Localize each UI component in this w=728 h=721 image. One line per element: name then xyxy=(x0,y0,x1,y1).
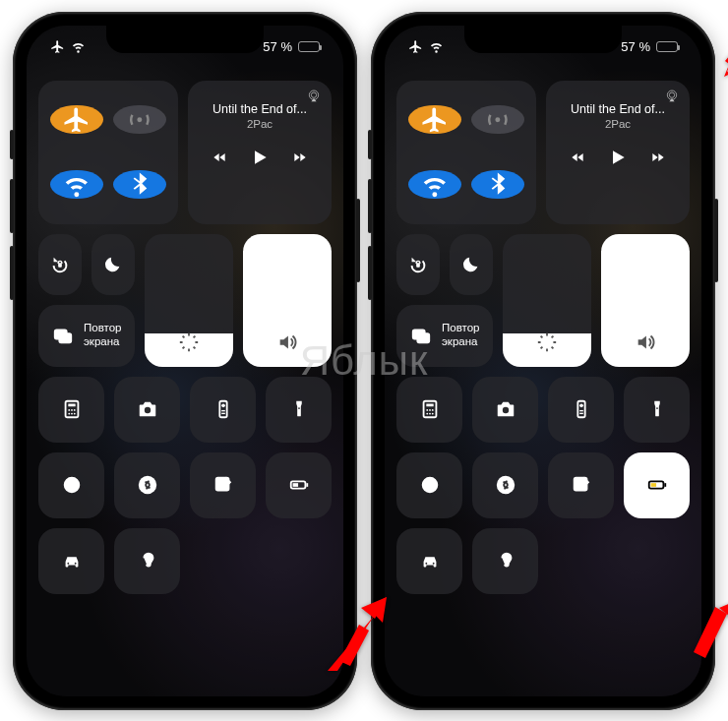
volume-icon xyxy=(276,331,298,353)
volume-slider[interactable] xyxy=(243,234,332,367)
play-button[interactable] xyxy=(250,148,270,171)
airplane-mode-toggle[interactable] xyxy=(50,105,103,135)
airplay-icon[interactable] xyxy=(664,89,680,104)
brightness-slider[interactable] xyxy=(145,234,233,367)
carplay-button[interactable] xyxy=(396,528,462,594)
svg-point-30 xyxy=(68,482,74,488)
bluetooth-toggle[interactable] xyxy=(113,170,166,200)
connectivity-module[interactable] xyxy=(396,81,536,224)
svg-line-52 xyxy=(541,335,543,337)
svg-marker-39 xyxy=(339,625,369,666)
airplane-mode-icon xyxy=(50,39,65,54)
play-button[interactable] xyxy=(608,148,628,171)
svg-rect-75 xyxy=(664,483,666,487)
forward-button[interactable] xyxy=(291,150,307,169)
svg-line-53 xyxy=(552,346,554,348)
svg-point-22 xyxy=(73,413,75,415)
brightness-slider[interactable] xyxy=(503,234,591,367)
svg-point-41 xyxy=(496,117,501,122)
notes-button[interactable] xyxy=(190,452,256,518)
svg-point-6 xyxy=(186,338,193,345)
svg-rect-46 xyxy=(417,333,429,342)
mirror-label-line1: Повтор xyxy=(442,322,479,335)
svg-rect-65 xyxy=(577,401,584,418)
screen-mirroring-button[interactable]: Повторэкрана xyxy=(396,305,493,367)
svg-rect-24 xyxy=(219,401,226,418)
camera-button[interactable] xyxy=(472,377,538,443)
svg-point-25 xyxy=(221,404,225,408)
low-power-mode-button[interactable] xyxy=(266,452,332,518)
svg-rect-34 xyxy=(306,483,308,487)
notes-button[interactable] xyxy=(548,452,614,518)
cellular-data-toggle[interactable] xyxy=(471,105,524,135)
cellular-data-toggle[interactable] xyxy=(113,105,166,135)
hearing-button[interactable] xyxy=(114,528,180,594)
svg-point-36 xyxy=(67,563,69,565)
rewind-button[interactable] xyxy=(212,150,228,169)
battery-percentage: 57 % xyxy=(621,39,650,54)
airplay-icon[interactable] xyxy=(306,89,322,104)
carplay-button[interactable] xyxy=(38,528,104,594)
wifi-toggle[interactable] xyxy=(408,170,461,200)
mirror-label-line1: Повтор xyxy=(84,322,121,335)
svg-marker-82 xyxy=(724,8,728,77)
svg-point-63 xyxy=(431,413,433,415)
orientation-lock-button[interactable] xyxy=(38,234,82,296)
calculator-button[interactable] xyxy=(38,377,104,443)
svg-point-19 xyxy=(73,409,75,411)
notch xyxy=(464,26,622,53)
apple-tv-remote-button[interactable] xyxy=(190,377,256,443)
notch xyxy=(106,26,264,53)
do-not-disturb-button[interactable] xyxy=(91,234,135,296)
iphone-left: 57 % Until the End of... 2Pac xyxy=(13,12,357,710)
media-title: Until the End of... xyxy=(560,102,676,116)
wifi-toggle[interactable] xyxy=(50,170,103,200)
shazam-button[interactable] xyxy=(472,452,538,518)
media-module[interactable]: Until the End of... 2Pac xyxy=(546,81,690,224)
screen-record-button[interactable] xyxy=(396,452,462,518)
svg-point-60 xyxy=(431,409,433,411)
battery-icon xyxy=(298,41,320,52)
apple-tv-remote-button[interactable] xyxy=(548,377,614,443)
media-module[interactable]: Until the End of... 2Pac xyxy=(188,81,332,224)
shazam-button[interactable] xyxy=(114,452,180,518)
forward-button[interactable] xyxy=(649,150,665,169)
calculator-button[interactable] xyxy=(396,377,462,443)
orientation-lock-button[interactable] xyxy=(396,234,440,296)
svg-point-23 xyxy=(144,407,150,413)
flashlight-button[interactable] xyxy=(266,377,332,443)
control-center: Until the End of... 2Pac xyxy=(38,81,332,685)
svg-point-77 xyxy=(425,563,427,565)
svg-point-59 xyxy=(429,409,431,411)
svg-point-72 xyxy=(496,476,514,494)
hearing-button[interactable] xyxy=(472,528,538,594)
svg-line-13 xyxy=(183,346,185,348)
rewind-button[interactable] xyxy=(571,150,586,169)
svg-point-64 xyxy=(502,407,508,413)
airplane-mode-toggle[interactable] xyxy=(408,105,461,135)
screen-mirroring-button[interactable]: Повторэкрана xyxy=(38,305,135,367)
flashlight-button[interactable] xyxy=(624,377,690,443)
svg-rect-68 xyxy=(579,413,583,414)
screen-record-button[interactable] xyxy=(38,452,104,518)
connectivity-module[interactable] xyxy=(38,81,178,224)
svg-point-62 xyxy=(429,413,431,415)
svg-point-31 xyxy=(138,476,155,494)
bluetooth-toggle[interactable] xyxy=(471,170,524,200)
wifi-status-icon xyxy=(429,39,444,54)
battery-icon xyxy=(656,41,678,52)
svg-point-78 xyxy=(432,563,434,565)
camera-button[interactable] xyxy=(114,377,180,443)
svg-point-1 xyxy=(309,90,318,99)
low-power-mode-button[interactable] xyxy=(624,452,690,518)
mirror-label-line2: экрана xyxy=(442,335,479,349)
do-not-disturb-button[interactable] xyxy=(450,234,493,296)
svg-rect-57 xyxy=(426,404,433,407)
battery-percentage: 57 % xyxy=(263,39,292,54)
svg-rect-27 xyxy=(221,413,225,414)
svg-point-43 xyxy=(669,92,674,97)
volume-slider[interactable] xyxy=(601,234,690,367)
iphone-right: 57 % Until the End of... 2Pac xyxy=(371,12,715,710)
svg-line-55 xyxy=(552,335,554,337)
svg-point-17 xyxy=(68,409,70,411)
